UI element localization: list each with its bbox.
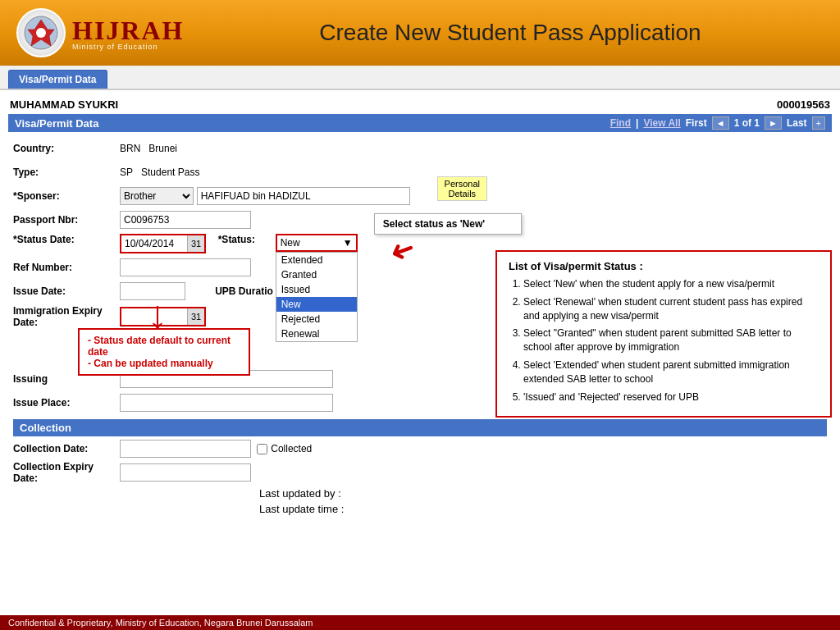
country-row: Country: BRN Brunei	[13, 139, 827, 158]
status-date-wrapper: 31	[120, 234, 206, 253]
last-update-time-label: Last update time :	[259, 503, 344, 515]
sponsor-select[interactable]: Brother Father Mother Guardian Self	[120, 187, 194, 205]
calendar-button[interactable]: 31	[187, 235, 204, 252]
type-name: Student Pass	[141, 167, 199, 178]
main-content: MUHAMMAD SYUKRI 000019563 Visa/Permit Da…	[0, 90, 840, 527]
personal-details-button[interactable]: Personal Details	[437, 176, 487, 201]
status-dropdown-list: Extended Granted Issued New Rejected Ren…	[276, 252, 358, 342]
section-header: Visa/Permit Data Find | View All First ◄…	[8, 114, 832, 132]
status-dropdown-container: New ▼ Extended Granted Issued New Reject…	[276, 234, 358, 252]
info-item-2: Select 'Renewal' when student current st…	[523, 295, 819, 323]
section-title: Visa/Permit Data	[15, 117, 98, 130]
status-option-extended[interactable]: Extended	[276, 253, 357, 267]
collected-label: Collected	[271, 443, 312, 454]
status-select-header[interactable]: New ▼	[276, 234, 358, 252]
collection-section: Collection Collection Date: Collected Co…	[13, 419, 827, 515]
collected-checkbox[interactable]	[257, 444, 267, 454]
type-label: Type:	[13, 167, 120, 178]
logo-icon	[16, 8, 66, 57]
form-section: Country: BRN Brunei Type: SP Student Pas…	[8, 135, 832, 522]
header: HIJRAH Ministry of Education Create New …	[0, 0, 840, 66]
country-code: BRN	[120, 143, 140, 154]
status-option-issued[interactable]: Issued	[276, 282, 357, 297]
info-item-1: Select 'New' when the student apply for …	[523, 277, 819, 291]
collection-date-row: Collection Date: Collected	[13, 440, 827, 458]
status-date-label: *Status Date:	[13, 234, 120, 245]
last-updated-label: Last updated by :	[259, 487, 341, 500]
footer-text: Confidential & Proprietary, Ministry of …	[8, 618, 313, 628]
student-id: 000019563	[777, 98, 830, 111]
logo-area: HIJRAH Ministry of Education	[16, 8, 197, 57]
nav-prev-button[interactable]: ◄	[712, 116, 729, 130]
passport-label: Passport Nbr:	[13, 214, 120, 226]
sponsor-name-input[interactable]	[197, 187, 410, 205]
status-date-arrow: ↓	[148, 295, 167, 335]
page-title: Create New Student Pass Application	[197, 20, 824, 46]
status-option-rejected[interactable]: Rejected	[276, 312, 357, 326]
status-option-new[interactable]: New	[276, 297, 357, 312]
student-name: MUHAMMAD SYUKRI	[10, 98, 118, 111]
type-row: Type: SP Student Pass	[13, 162, 827, 182]
status-date-line1: - Status date default to current date	[88, 335, 240, 358]
collection-header: Collection	[13, 419, 827, 436]
callout-select-new: Select status as 'New'	[374, 213, 522, 235]
ref-number-input[interactable]	[120, 258, 251, 276]
collection-expiry-row: Collection Expiry Date:	[13, 461, 827, 484]
immigration-expiry-label: Immigration Expiry Date:	[13, 305, 120, 328]
nav-separator: |	[636, 117, 638, 129]
issue-date-label: Issue Date:	[13, 285, 120, 297]
upb-label: UPB Duratio	[215, 285, 273, 297]
view-all-link[interactable]: View All	[643, 117, 680, 129]
type-code: SP	[120, 167, 133, 178]
collection-date-label: Collection Date:	[13, 443, 120, 454]
issue-place-label: Issue Place:	[13, 397, 120, 409]
nav-first-label: First	[686, 117, 707, 129]
info-box-list: Select 'New' when the student apply for …	[509, 277, 819, 404]
expiry-calendar-button[interactable]: 31	[187, 308, 204, 325]
status-option-granted[interactable]: Granted	[276, 267, 357, 282]
collection-date-input[interactable]	[120, 440, 251, 458]
last-updated-row: Last updated by :	[259, 487, 827, 500]
passport-input[interactable]	[120, 211, 251, 229]
country-label: Country:	[13, 143, 120, 154]
issue-place-input[interactable]	[120, 394, 333, 412]
status-dropdown-arrow: ▼	[343, 237, 353, 249]
logo-text: HIJRAH	[72, 16, 184, 46]
status-option-renewal[interactable]: Renewal	[276, 326, 357, 341]
info-box: List of Visa/permit Status : Select 'New…	[495, 250, 832, 418]
collection-expiry-label: Collection Expiry Date:	[13, 461, 120, 484]
collected-checkbox-label[interactable]: Collected	[257, 443, 312, 454]
info-item-3: Select "Granted" when student parent sub…	[523, 326, 819, 354]
tab-bar: Visa/Permit Data	[0, 66, 840, 90]
find-link[interactable]: Find	[610, 117, 631, 129]
sponsor-label: *Sponser:	[13, 190, 120, 202]
status-selected-value: New	[281, 237, 300, 249]
country-name: Brunei	[148, 143, 177, 154]
info-box-title: List of Visa/permit Status :	[509, 260, 819, 272]
nav-next-button[interactable]: ►	[765, 116, 782, 130]
nav-last-label: Last	[787, 117, 807, 129]
status-label: *Status:	[218, 234, 276, 245]
tab-visa-permit[interactable]: Visa/Permit Data	[8, 70, 107, 89]
collection-expiry-input[interactable]	[120, 463, 251, 482]
svg-point-2	[36, 28, 46, 38]
ref-number-label: Ref Number:	[13, 262, 120, 273]
footer: Confidential & Proprietary, Ministry of …	[0, 615, 840, 630]
student-info-row: MUHAMMAD SYUKRI 000019563	[8, 95, 832, 114]
sponsor-row: *Sponser: Brother Father Mother Guardian…	[13, 186, 827, 206]
info-item-5: 'Issued' and 'Rejected' reserved for UPB	[523, 390, 819, 404]
nav-page-info: 1 of 1	[734, 117, 760, 129]
add-button[interactable]: +	[812, 116, 825, 130]
last-update-time-row: Last update time :	[259, 503, 827, 515]
status-date-input[interactable]	[121, 235, 187, 252]
nav-controls: Find | View All First ◄ 1 of 1 ► Last +	[610, 116, 825, 130]
status-date-line2: - Can be updated manually	[88, 358, 240, 369]
info-item-4: Select 'Extended' when student parent su…	[523, 358, 819, 386]
